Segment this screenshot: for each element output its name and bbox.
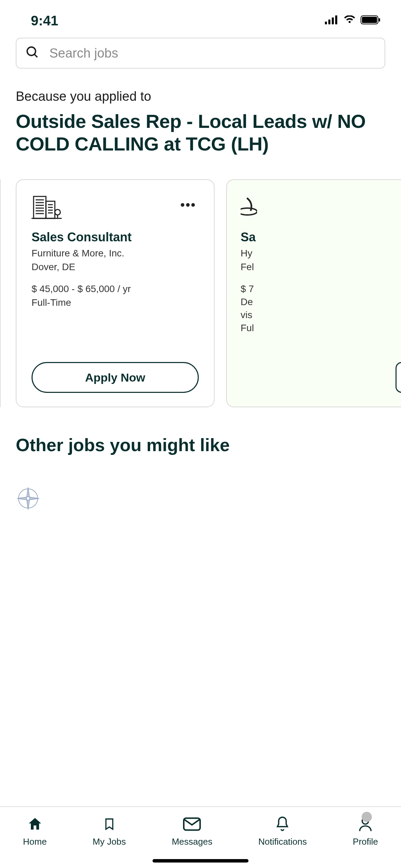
company-building-icon [32, 195, 62, 220]
svg-rect-0 [325, 22, 327, 24]
job-type: Full-Time [32, 297, 199, 308]
recommend-title: Outside Sales Rep - Local Leads w/ NO CO… [16, 110, 385, 155]
nav-profile[interactable]: Profile [353, 815, 378, 847]
job-card[interactable]: ••• Sales Consultant Furniture & More, I… [16, 179, 215, 407]
job-card-next[interactable]: Sa Hy Fel $ 7 De vis Ful [226, 179, 401, 407]
job-carousel[interactable]: ••• Sales Consultant Furniture & More, I… [0, 166, 401, 407]
apply-button[interactable]: Apply Now [32, 362, 199, 393]
nav-label: Home [23, 836, 47, 847]
apply-button-next[interactable] [396, 362, 401, 393]
job-type: Ful [241, 323, 401, 334]
status-bar: 9:41 [0, 0, 401, 38]
job-title: Sales Consultant [32, 230, 199, 244]
nav-label: Messages [172, 836, 212, 847]
bottom-nav: Home My Jobs Messages Notifications Prof… [0, 806, 401, 868]
compass-icon [16, 506, 40, 512]
job-salary: $ 45,000 - $ 65,000 / yr [32, 284, 199, 294]
notification-dot [362, 812, 372, 822]
bell-icon [274, 815, 291, 833]
company-logo-icon [241, 195, 271, 220]
svg-point-26 [26, 497, 30, 500]
home-indicator[interactable] [153, 859, 248, 863]
svg-rect-6 [379, 18, 380, 22]
job-salary: $ 7 [241, 284, 401, 294]
status-time: 9:41 [31, 13, 58, 28]
recommend-reason: Because you applied to [16, 89, 385, 104]
svg-rect-3 [335, 15, 337, 24]
svg-rect-1 [328, 20, 330, 24]
nav-notifications[interactable]: Notifications [258, 815, 307, 847]
job-desc-line: vis [241, 310, 401, 321]
svg-point-7 [27, 47, 36, 56]
svg-line-8 [34, 54, 37, 57]
search-box[interactable] [16, 38, 385, 69]
cellular-signal-icon [325, 15, 339, 26]
more-options-button[interactable]: ••• [178, 195, 199, 215]
search-input[interactable] [49, 46, 376, 61]
svg-rect-2 [332, 17, 334, 24]
home-icon [26, 815, 44, 833]
status-icons [325, 15, 380, 26]
job-location: Dover, DE [32, 262, 199, 273]
nav-label: My Jobs [93, 836, 126, 847]
job-desc-line: De [241, 297, 401, 308]
search-icon [25, 45, 40, 61]
battery-icon [361, 15, 380, 26]
svg-point-21 [55, 209, 60, 215]
other-jobs-heading: Other jobs you might like [0, 407, 401, 459]
svg-point-24 [241, 208, 257, 215]
job-title: Sa [241, 230, 401, 244]
job-location: Fel [241, 262, 401, 273]
nav-label: Profile [353, 836, 378, 847]
nav-label: Notifications [258, 836, 307, 847]
prev-card-hint[interactable] [0, 179, 1, 407]
nav-home[interactable]: Home [23, 815, 47, 847]
nav-myjobs[interactable]: My Jobs [93, 815, 126, 847]
svg-rect-5 [362, 17, 377, 23]
nav-messages[interactable]: Messages [172, 815, 212, 847]
job-company: Furniture & More, Inc. [32, 248, 199, 259]
job-company: Hy [241, 248, 401, 259]
bookmark-icon [100, 815, 118, 833]
wifi-icon [343, 15, 356, 26]
mail-icon [183, 815, 201, 833]
